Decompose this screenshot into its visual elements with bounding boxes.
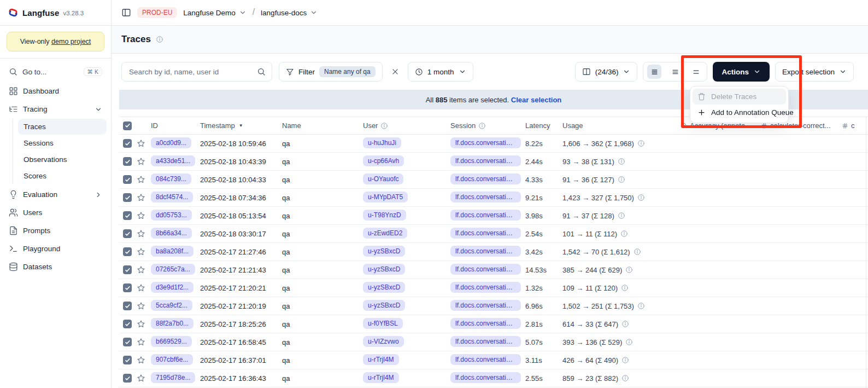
table-row[interactable]: 8b66a34...2025-02-18 03:30:17qau-zEwdED2… — [119, 225, 868, 243]
star-icon[interactable] — [137, 157, 146, 166]
header-cell-user[interactable]: User — [363, 121, 450, 130]
row-checkbox[interactable] — [123, 338, 132, 346]
trace-id-badge[interactable]: a433de51... — [151, 155, 195, 166]
session-id-badge[interactable]: lf.docs.conversation... — [450, 282, 521, 293]
table-row[interactable]: 5cca9cf2...2025-02-17 21:20:19qau-yzSBxc… — [119, 297, 868, 315]
info-icon[interactable] — [380, 122, 388, 130]
session-id-badge[interactable]: lf.docs.conversation.... — [450, 210, 521, 221]
star-icon[interactable] — [137, 338, 146, 346]
session-id-badge[interactable]: lf.docs.conversation.... — [450, 354, 521, 365]
info-icon[interactable] — [156, 36, 163, 43]
trace-id-badge[interactable]: 8b66a34... — [151, 228, 192, 239]
table-row[interactable]: 88f2a7b0...2025-02-17 18:25:26qau-f0YfBS… — [119, 315, 868, 333]
info-icon[interactable] — [621, 320, 629, 328]
star-icon[interactable] — [137, 374, 146, 383]
row-checkbox[interactable] — [123, 175, 132, 184]
info-icon[interactable] — [625, 266, 633, 274]
table-row[interactable]: d3e9d1f2...2025-02-17 21:20:21qau-yzSBxc… — [119, 279, 868, 297]
demo-project-link[interactable]: demo project — [51, 38, 91, 45]
star-icon[interactable] — [137, 211, 146, 220]
user-id-badge[interactable]: u-OYauofc — [363, 173, 403, 184]
project-switcher[interactable]: langfuse-docs — [261, 9, 318, 17]
menu-item-add-to-annotation-queue[interactable]: Add to Annotation Queue — [693, 105, 786, 120]
info-icon[interactable] — [621, 284, 629, 292]
star-icon[interactable] — [137, 356, 146, 364]
star-icon[interactable] — [137, 265, 146, 274]
row-height-large-button[interactable] — [689, 65, 703, 79]
info-icon[interactable] — [637, 140, 645, 147]
session-id-badge[interactable]: lf.docs.conversation... — [450, 264, 521, 275]
session-id-badge[interactable]: lf.docs.conversation... — [450, 318, 521, 329]
row-checkbox[interactable] — [123, 193, 132, 202]
sidebar-item-observations[interactable]: Observations — [18, 152, 107, 167]
table-row[interactable]: 084c739...2025-02-18 10:04:33qau-OYauofc… — [119, 171, 868, 189]
info-icon[interactable] — [637, 302, 645, 310]
sidebar-item-evaluation[interactable]: Evaluation — [4, 186, 107, 204]
row-checkbox[interactable] — [123, 356, 132, 364]
star-icon[interactable] — [137, 247, 146, 256]
star-icon[interactable] — [137, 193, 146, 202]
star-icon[interactable] — [137, 283, 146, 292]
user-id-badge[interactable]: u-MYpDAT5 — [363, 192, 408, 202]
row-checkbox[interactable] — [123, 265, 132, 274]
trace-id-badge[interactable]: 5cca9cf2... — [151, 300, 192, 311]
user-id-badge[interactable]: u-f0YfBSL — [363, 318, 403, 329]
row-checkbox[interactable] — [123, 229, 132, 238]
header-cell-latency[interactable]: Latency — [525, 121, 562, 130]
table-row[interactable]: b669529...2025-02-17 16:58:45qau-VIZzvwo… — [119, 333, 868, 351]
star-icon[interactable] — [137, 139, 146, 148]
user-id-badge[interactable]: u-cp66Avh — [363, 155, 404, 166]
row-height-medium-button[interactable] — [668, 65, 682, 79]
user-id-badge[interactable]: u-rTrjl4M — [363, 354, 399, 365]
header-cell-id[interactable]: ID — [151, 121, 200, 130]
session-id-badge[interactable]: lf.docs.conversation... — [450, 192, 521, 202]
session-id-badge[interactable]: lf.docs.conversation... — [450, 228, 521, 239]
trace-id-badge[interactable]: dd05753... — [151, 210, 192, 221]
session-id-badge[interactable]: lf.docs.conversation... — [450, 246, 521, 257]
sidebar-item-sessions[interactable]: Sessions — [18, 135, 107, 151]
sidebar-item-datasets[interactable]: Datasets — [4, 258, 107, 276]
table-row[interactable]: a433de51...2025-02-18 10:43:39qau-cp66Av… — [119, 153, 868, 171]
trace-id-badge[interactable]: 88f2a7b0... — [151, 318, 193, 329]
sidebar-item-users[interactable]: Users — [4, 204, 107, 222]
trace-id-badge[interactable]: 084c739... — [151, 173, 191, 184]
table-row[interactable]: 8dcf4574...2025-02-18 07:34:36qau-MYpDAT… — [119, 189, 868, 207]
user-id-badge[interactable]: u-yzSBxcD — [363, 246, 405, 257]
user-id-badge[interactable]: u-rTrjl4M — [363, 372, 399, 383]
header-cell-score_more[interactable]: c — [842, 121, 868, 130]
trace-id-badge[interactable]: d3e9d1f2... — [151, 282, 193, 293]
table-row[interactable]: 7195d78e...2025-02-17 16:36:43qau-rTrjl4… — [119, 369, 868, 387]
row-checkbox[interactable] — [123, 139, 132, 148]
header-cell-name[interactable]: Name — [282, 121, 363, 130]
org-switcher[interactable]: Langfuse Demo — [183, 9, 246, 17]
row-checkbox[interactable] — [123, 283, 132, 292]
trace-id-badge[interactable]: 907cbf6e... — [151, 354, 193, 365]
info-icon[interactable] — [621, 374, 629, 382]
star-icon[interactable] — [137, 175, 146, 184]
table-row[interactable]: 07265c7a...2025-02-17 21:21:43qau-yzSBxc… — [119, 261, 868, 279]
info-icon[interactable] — [618, 176, 625, 183]
info-icon[interactable] — [618, 158, 625, 165]
user-id-badge[interactable]: u-yzSBxcD — [363, 264, 405, 275]
session-id-badge[interactable]: lf.docs.conversation.... — [450, 372, 521, 383]
sidebar-item-playground[interactable]: Playground — [4, 240, 107, 258]
trace-id-badge[interactable]: 07265c7a... — [151, 264, 195, 275]
column-visibility-button[interactable]: (24/36) — [575, 62, 638, 82]
clear-selection-link[interactable]: Clear selection — [511, 96, 562, 104]
user-id-badge[interactable]: u-yzSBxcD — [363, 300, 405, 311]
info-icon[interactable] — [618, 212, 625, 219]
star-icon[interactable] — [137, 229, 146, 238]
search-input[interactable] — [128, 67, 253, 77]
filter-button[interactable]: Filter Name any of qa — [279, 62, 383, 82]
trace-id-badge[interactable]: 7195d78e... — [151, 372, 195, 383]
session-id-badge[interactable]: lf.docs.conversation... — [450, 300, 521, 311]
user-id-badge[interactable]: u-huJhuJi — [363, 137, 401, 148]
time-range-button[interactable]: 1 month — [408, 62, 473, 82]
row-height-small-button[interactable] — [647, 65, 661, 79]
row-checkbox[interactable] — [123, 302, 132, 310]
goto-search[interactable]: Go to... ⌘ K — [4, 63, 107, 80]
header-cell-timestamp[interactable]: Timestamp▼ — [200, 121, 282, 130]
header-cell-session[interactable]: Session — [450, 121, 525, 130]
user-id-badge[interactable]: u-T98YnzD — [363, 210, 406, 221]
environment-badge[interactable]: PROD-EU — [137, 7, 177, 18]
